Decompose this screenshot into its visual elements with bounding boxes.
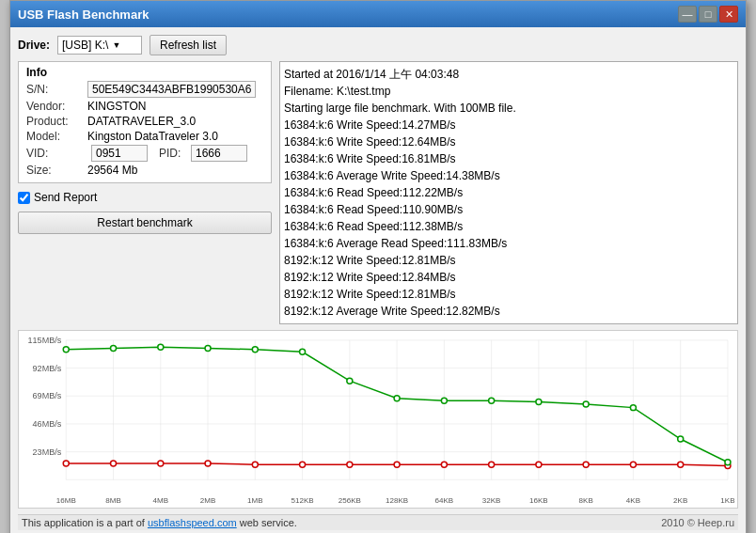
model-value: Kingston DataTraveler 3.0 <box>87 130 218 143</box>
log-entry: 16384:k:6 Average Write Speed:14.38MB/s <box>284 167 733 184</box>
svg-text:2MB: 2MB <box>200 496 216 505</box>
svg-text:128KB: 128KB <box>386 496 408 505</box>
maximize-button[interactable]: □ <box>699 6 717 23</box>
model-label: Model: <box>26 130 87 143</box>
product-label: Product: <box>26 115 87 128</box>
log-entry: 8192:k:12 Write Speed:12.84MB/s <box>284 269 733 286</box>
pid-label: PID: <box>159 147 187 160</box>
log-panel[interactable]: Started at 2016/1/14 上午 04:03:48Filename… <box>279 61 738 324</box>
vid-value: 0951 <box>91 145 148 162</box>
svg-point-68 <box>630 405 636 411</box>
svg-point-66 <box>536 399 542 404</box>
model-row: Model: Kingston DataTraveler 3.0 <box>26 130 263 143</box>
svg-point-50 <box>489 462 495 467</box>
send-report-checkbox[interactable] <box>18 192 30 204</box>
svg-point-49 <box>441 462 447 467</box>
svg-point-52 <box>583 462 589 467</box>
svg-point-65 <box>489 398 495 403</box>
svg-text:64KB: 64KB <box>435 496 454 505</box>
info-group: Info S/N: 50E549C3443ABFB1990530A6 Vendo… <box>18 61 272 183</box>
footer: This application is a part of usbflashsp… <box>18 514 738 530</box>
svg-text:1MB: 1MB <box>247 496 263 505</box>
drive-select[interactable]: [USB] K:\ ▼ <box>57 36 142 55</box>
svg-point-56 <box>63 347 69 353</box>
log-entry: 8192:k:12 Read Speed:111.64MB/s <box>284 320 733 324</box>
svg-text:16KB: 16KB <box>529 496 548 505</box>
svg-text:512KB: 512KB <box>291 496 314 505</box>
log-entry: 8192:k:12 Average Write Speed:12.82MB/s <box>284 303 733 320</box>
product-value: DATATRAVELER_3.0 <box>87 115 196 128</box>
svg-text:4MB: 4MB <box>153 496 169 505</box>
svg-text:115MB/s: 115MB/s <box>28 336 62 345</box>
svg-text:1KB: 1KB <box>720 496 734 505</box>
size-row: Size: 29564 Mb <box>26 164 263 177</box>
svg-point-69 <box>678 436 684 442</box>
send-report-row: Send Report <box>18 191 272 204</box>
svg-point-42 <box>111 461 117 466</box>
main-content: Drive: [USB] K:\ ▼ Refresh list Info S/N… <box>10 27 746 533</box>
log-entry: Starting large file benchmark. With 100M… <box>284 100 733 117</box>
svg-point-48 <box>394 462 400 467</box>
log-entry: 16384:k:6 Write Speed:16.81MB/s <box>284 150 733 167</box>
minimize-button[interactable]: — <box>678 6 697 23</box>
titlebar: USB Flash Benchmark — □ ✕ <box>10 1 746 27</box>
svg-point-47 <box>347 462 353 467</box>
sn-row: S/N: 50E549C3443ABFB1990530A6 <box>26 81 263 98</box>
log-entry: Started at 2016/1/14 上午 04:03:48 <box>284 66 733 83</box>
chevron-down-icon: ▼ <box>112 40 120 50</box>
log-entry: Filename: K:\test.tmp <box>284 83 733 100</box>
svg-point-67 <box>583 401 589 407</box>
svg-point-54 <box>678 462 684 467</box>
drive-label: Drive: <box>18 39 50 52</box>
svg-point-61 <box>300 349 306 354</box>
svg-point-45 <box>252 462 258 467</box>
svg-point-41 <box>63 461 69 466</box>
svg-point-63 <box>394 396 400 401</box>
restart-benchmark-button[interactable]: Restart benchmark <box>18 212 272 234</box>
svg-text:16MB: 16MB <box>56 496 76 505</box>
log-entry: 16384:k:6 Read Speed:110.90MB/s <box>284 201 733 218</box>
svg-text:256KB: 256KB <box>339 496 361 505</box>
svg-point-64 <box>441 398 447 403</box>
log-entry: 16384:k:6 Write Speed:14.27MB/s <box>284 117 733 133</box>
vendor-label: Vendor: <box>26 100 87 113</box>
send-report-label: Send Report <box>34 191 97 204</box>
svg-text:8MB: 8MB <box>105 496 121 505</box>
refresh-button[interactable]: Refresh list <box>150 35 227 55</box>
svg-text:32KB: 32KB <box>482 496 501 505</box>
footer-link[interactable]: usbflashspeed.com <box>148 517 237 528</box>
window-title: USB Flash Benchmark <box>18 8 149 22</box>
log-entry: 16384:k:6 Write Speed:12.64MB/s <box>284 133 733 150</box>
benchmark-chart: 115MB/s 92MB/s 69MB/s 46MB/s 23MB/s 16MB… <box>19 331 737 508</box>
svg-point-53 <box>630 462 636 467</box>
svg-point-46 <box>300 462 306 467</box>
svg-text:46MB/s: 46MB/s <box>33 419 62 429</box>
close-button[interactable]: ✕ <box>719 6 738 23</box>
svg-point-58 <box>158 344 164 350</box>
info-panel: Info S/N: 50E549C3443ABFB1990530A6 Vendo… <box>18 61 272 324</box>
log-entry: 16384:k:6 Read Speed:112.38MB/s <box>284 218 733 235</box>
svg-text:8KB: 8KB <box>579 496 593 505</box>
drive-row: Drive: [USB] K:\ ▼ Refresh list <box>18 35 738 55</box>
svg-point-51 <box>536 462 542 467</box>
vendor-value: KINGSTON <box>87 100 146 113</box>
log-entry: 8192:k:12 Write Speed:12.81MB/s <box>284 252 733 269</box>
log-entry: 16384:k:6 Average Read Speed:111.83MB/s <box>284 235 733 252</box>
vid-pid-row: VID: 0951 PID: 1666 <box>26 145 263 162</box>
drive-value: [USB] K:\ <box>62 39 108 52</box>
svg-point-62 <box>347 378 353 384</box>
sn-value: 50E549C3443ABFB1990530A6 <box>87 81 256 98</box>
footer-right: 2010 © Heep.ru <box>661 517 734 528</box>
svg-text:92MB/s: 92MB/s <box>33 364 62 373</box>
main-area: Info S/N: 50E549C3443ABFB1990530A6 Vendo… <box>18 61 738 324</box>
size-value: 29564 Mb <box>87 164 137 177</box>
svg-point-44 <box>205 461 211 466</box>
svg-text:23MB/s: 23MB/s <box>33 447 62 457</box>
svg-point-59 <box>205 346 211 352</box>
size-label: Size: <box>26 164 87 177</box>
svg-point-43 <box>158 461 164 466</box>
log-entry: 16384:k:6 Read Speed:112.22MB/s <box>284 184 733 201</box>
chart-area: 115MB/s 92MB/s 69MB/s 46MB/s 23MB/s 16MB… <box>18 330 738 509</box>
vid-label: VID: <box>26 147 87 160</box>
sn-label: S/N: <box>26 83 87 96</box>
